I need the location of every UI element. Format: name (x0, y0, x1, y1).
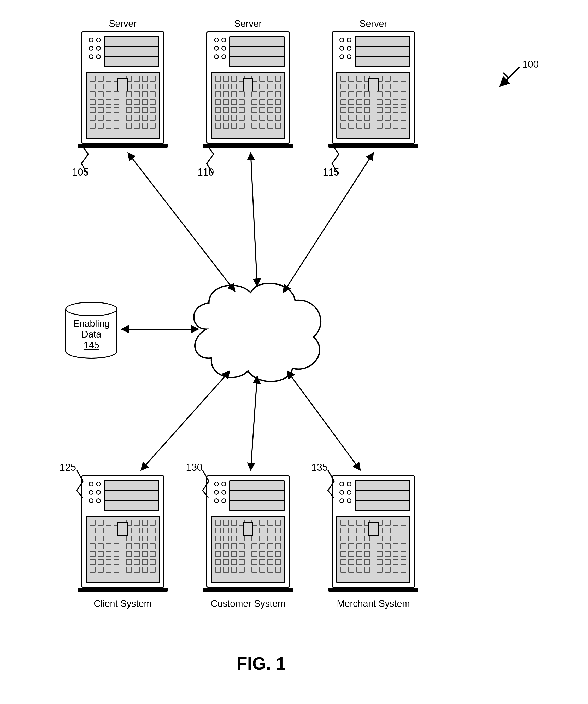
diagram-stage: Server Server Server 105 110 115 100 Ena… (0, 0, 588, 704)
network-ref: 120 (253, 359, 270, 371)
system-label: Client System (94, 598, 152, 609)
diagram-ref: 100 (522, 59, 539, 70)
figure-caption: FIG. 1 (237, 653, 286, 673)
ref-number: 125 (60, 462, 76, 473)
server-label: Server (360, 18, 387, 29)
system-label: Merchant System (337, 598, 410, 609)
db-line1: Enabling (73, 318, 110, 329)
ref-number: 130 (186, 462, 202, 473)
svg-line-1 (251, 153, 257, 286)
server-node (81, 32, 165, 144)
ref-number: 110 (197, 167, 214, 178)
network-label: Network (242, 320, 280, 332)
client-system-node (81, 475, 165, 588)
svg-line-0 (128, 153, 235, 291)
database-label: Enabling Data 145 (73, 318, 110, 351)
svg-line-5 (251, 376, 257, 470)
server-label: Server (234, 18, 262, 29)
database-ref: 145 (83, 340, 99, 351)
server-label: Server (109, 18, 137, 29)
svg-line-6 (287, 371, 360, 470)
customer-system-node (206, 475, 290, 588)
svg-line-4 (141, 371, 230, 470)
system-label: Customer System (211, 598, 285, 609)
merchant-system-node (332, 475, 415, 588)
ref-number: 115 (323, 167, 339, 178)
ref-number: 105 (72, 167, 88, 178)
db-line2: Data (81, 329, 101, 340)
ref-number: 135 (311, 462, 328, 473)
server-node (206, 32, 290, 144)
server-node (332, 32, 415, 144)
